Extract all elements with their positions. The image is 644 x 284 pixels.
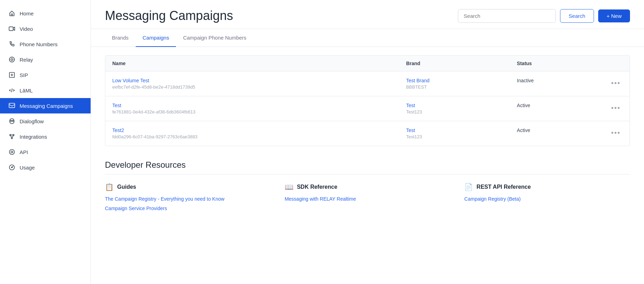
sidebar-item-relay[interactable]: Relay [0, 52, 91, 67]
status-badge-2: Active [517, 127, 530, 133]
dev-card-guides: 📋 Guides The Campaign Registry - Everyth… [105, 183, 271, 214]
developer-resources-title: Developer Resources [105, 160, 630, 174]
svg-line-11 [10, 136, 12, 137]
dev-link-sdk-reference-0[interactable]: Messaging with RELAY Realtime [285, 195, 451, 203]
svg-point-6 [10, 120, 12, 122]
sidebar-item-home[interactable]: Home [0, 6, 91, 21]
sidebar-item-video[interactable]: Video [0, 21, 91, 36]
search-input[interactable] [458, 9, 556, 23]
svg-point-17 [12, 167, 13, 168]
tab-campaign-phone-numbers[interactable]: Campaign Phone Numbers [176, 29, 253, 47]
more-options-button-2[interactable]: ••• [608, 127, 623, 138]
svg-point-15 [11, 151, 13, 153]
video-icon [8, 25, 15, 32]
cell-brand-1: Test Test123 [399, 96, 510, 121]
tab-brands[interactable]: Brands [105, 29, 136, 47]
dev-card-rest-api-reference: 📄 REST API Reference Campaign Registry (… [464, 183, 630, 214]
col-header-brand: Brand [399, 56, 510, 71]
dev-card-header-rest-api-reference: 📄 REST API Reference [464, 183, 630, 191]
dev-card-icon-guides: 📋 [105, 183, 114, 191]
cell-actions-1: ••• [601, 96, 630, 121]
sidebar-label-phone-numbers: Phone Numbers [20, 41, 57, 47]
api-icon [8, 148, 15, 155]
usage-icon [8, 164, 15, 171]
brand-name-link-1[interactable]: Test [406, 103, 503, 108]
tab-campaigns[interactable]: Campaigns [136, 29, 176, 47]
tabs-bar: Brands Campaigns Campaign Phone Numbers [91, 29, 644, 47]
sidebar-item-usage[interactable]: Usage [0, 160, 91, 175]
svg-point-14 [9, 150, 14, 154]
sidebar-label-relay: Relay [20, 57, 33, 63]
status-badge-0: Inactive [517, 78, 534, 83]
campaign-uuid-1: fe761881-0e4d-432e-af38-6db3604fb613 [112, 109, 196, 115]
dev-card-sdk-reference: 📖 SDK Reference Messaging with RELAY Rea… [285, 183, 451, 214]
dev-link-rest-api-reference-0[interactable]: Campaign Registry (Beta) [464, 195, 630, 203]
cell-status-0: Inactive [510, 71, 601, 96]
sidebar-label-video: Video [20, 26, 33, 32]
campaign-name-link-0[interactable]: Low Volume Test [112, 78, 392, 83]
integrations-icon [8, 133, 15, 140]
sidebar-label-messaging-campaigns: Messaging Campaigns [20, 103, 73, 109]
campaigns-table: Name Brand Status Low Volume Test eefbc7… [105, 55, 630, 146]
sidebar-item-messaging-campaigns[interactable]: Messaging Campaigns [0, 98, 91, 113]
dev-link-guides-1[interactable]: Campaign Service Providers [105, 205, 271, 212]
status-badge-1: Active [517, 103, 530, 108]
page-header: Messaging Campaigns Search + New [91, 0, 644, 29]
dev-card-title-guides: Guides [117, 184, 136, 190]
campaign-name-link-2[interactable]: Test2 [112, 127, 392, 133]
search-button[interactable]: Search [560, 9, 594, 23]
sidebar-item-phone-numbers[interactable]: Phone Numbers [0, 36, 91, 52]
svg-point-2 [9, 57, 14, 62]
cell-status-2: Active [510, 121, 601, 146]
sidebar-item-sip[interactable]: SIP [0, 67, 91, 83]
svg-rect-0 [9, 27, 13, 31]
dev-link-guides-0[interactable]: The Campaign Registry - Everything you n… [105, 195, 271, 203]
svg-rect-5 [9, 103, 15, 108]
col-header-status: Status [510, 56, 601, 71]
svg-line-12 [12, 136, 14, 137]
more-options-button-0[interactable]: ••• [608, 78, 623, 89]
sidebar-item-integrations[interactable]: Integrations [0, 129, 91, 144]
cell-actions-2: ••• [601, 121, 630, 146]
dev-card-title-sdk-reference: SDK Reference [297, 184, 338, 190]
dialogflow-icon [8, 118, 15, 125]
brand-id-2: Test123 [406, 134, 422, 139]
svg-point-7 [12, 120, 14, 122]
sidebar-item-dialogflow[interactable]: Dialogflow [0, 113, 91, 129]
dev-cards-container: 📋 Guides The Campaign Registry - Everyth… [105, 183, 630, 214]
sip-icon [8, 71, 15, 78]
more-options-button-1[interactable]: ••• [608, 103, 623, 113]
dev-card-icon-sdk-reference: 📖 [285, 183, 293, 191]
relay-icon [8, 56, 15, 63]
header-actions: Search + New [458, 9, 630, 23]
sidebar-label-dialogflow: Dialogflow [20, 118, 44, 124]
content-area: Name Brand Status Low Volume Test eefbc7… [91, 47, 644, 284]
new-button[interactable]: + New [598, 9, 630, 22]
cell-brand-2: Test Test123 [399, 121, 510, 146]
sidebar: Home Video Phone Numbers Relay [0, 0, 91, 284]
col-header-actions [601, 56, 630, 71]
campaign-name-link-1[interactable]: Test [112, 103, 392, 108]
cell-status-1: Active [510, 96, 601, 121]
table-row: Low Volume Test eefbc7ef-d2fe-45d8-be2e-… [105, 71, 630, 96]
table-row: Test fe761881-0e4d-432e-af38-6db3604fb61… [105, 96, 630, 121]
brand-id-1: Test123 [406, 109, 422, 115]
campaign-uuid-0: eefbc7ef-d2fe-45d8-be2e-4718dd1739d5 [112, 84, 195, 90]
phone-icon [8, 41, 15, 48]
brand-name-link-2[interactable]: Test [406, 127, 503, 133]
brand-name-link-0[interactable]: Test Brand [406, 78, 503, 83]
developer-resources: Developer Resources 📋 Guides The Campaig… [105, 160, 630, 214]
home-icon [8, 10, 15, 17]
sidebar-item-api[interactable]: API [0, 144, 91, 160]
dev-card-header-guides: 📋 Guides [105, 183, 271, 191]
svg-line-4 [12, 89, 12, 92]
sidebar-label-home: Home [20, 11, 34, 16]
sidebar-item-laml[interactable]: LāML [0, 83, 91, 98]
page-title: Messaging Campaigns [105, 8, 233, 23]
sidebar-label-usage: Usage [20, 165, 35, 171]
campaign-uuid-2: fdd0a296-6c07-41ba-9297-2763c6ae3883 [112, 134, 198, 139]
main-content: Messaging Campaigns Search + New Brands … [91, 0, 644, 284]
svg-point-1 [11, 58, 13, 60]
svg-point-10 [11, 138, 13, 139]
sidebar-label-sip: SIP [20, 72, 28, 78]
